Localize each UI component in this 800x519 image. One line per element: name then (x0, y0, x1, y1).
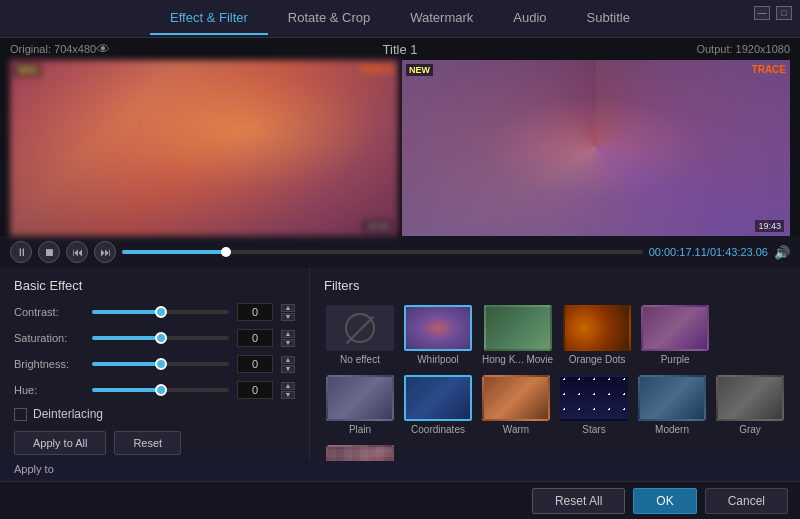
contrast-fill (92, 310, 161, 314)
contrast-down[interactable]: ▼ (281, 313, 295, 321)
filter-label-coords: Coordinates (411, 424, 465, 435)
tab-subtitle[interactable]: Subtitle (567, 2, 650, 35)
hue-down[interactable]: ▼ (281, 391, 295, 399)
hue-row: Hue: ▲ ▼ (14, 381, 295, 399)
deinterlace-label: Deinterlacing (33, 407, 103, 421)
hue-fill (92, 388, 161, 392)
minimize-button[interactable]: — (754, 6, 770, 20)
filter-label-whirlpool: Whirlpool (417, 354, 459, 365)
filter-gray[interactable]: Gray (714, 373, 786, 437)
no-effect-icon (345, 313, 375, 343)
volume-icon[interactable]: 🔊 (774, 245, 790, 260)
deinterlace-row: Deinterlacing (14, 407, 295, 421)
hue-spinner: ▲ ▼ (281, 382, 295, 399)
reset-button[interactable]: Reset (114, 431, 181, 455)
filter-thumb-purple (641, 305, 709, 351)
hue-value[interactable] (237, 381, 273, 399)
tab-rotate-crop[interactable]: Rotate & Crop (268, 2, 390, 35)
filter-thumb-plain (326, 375, 394, 421)
brightness-up[interactable]: ▲ (281, 356, 295, 364)
filter-label-stars: Stars (582, 424, 605, 435)
hue-thumb[interactable] (155, 384, 167, 396)
contrast-slider[interactable] (92, 310, 229, 314)
next-button[interactable]: ⏭ (94, 241, 116, 263)
eye-icon[interactable]: 👁 (96, 41, 110, 57)
saturation-label: Saturation: (14, 332, 84, 344)
prev-button[interactable]: ⏮ (66, 241, 88, 263)
contrast-thumb[interactable] (155, 306, 167, 318)
filter-label-hongk: Hong K... Movie (482, 354, 553, 365)
saturation-value[interactable] (237, 329, 273, 347)
brightness-value[interactable] (237, 355, 273, 373)
apply-to-bar: Apply to (0, 457, 68, 481)
apply-all-button[interactable]: Apply to All (14, 431, 106, 455)
filter-hongk[interactable]: Hong K... Movie (480, 303, 555, 367)
saturation-up[interactable]: ▲ (281, 330, 295, 338)
filter-label-noeffect: No effect (340, 354, 380, 365)
filter-whirlpool[interactable]: Whirlpool (402, 303, 474, 367)
app-container: Effect & Filter Rotate & Crop Watermark … (0, 0, 800, 519)
contrast-label: Contrast: (14, 306, 84, 318)
brightness-thumb[interactable] (155, 358, 167, 370)
saturation-row: Saturation: ▲ ▼ (14, 329, 295, 347)
contrast-up[interactable]: ▲ (281, 304, 295, 312)
contrast-value[interactable] (237, 303, 273, 321)
brightness-down[interactable]: ▼ (281, 365, 295, 373)
stop-button[interactable]: ⏹ (38, 241, 60, 263)
preview-videos: NEW TRACE 19:43 NEW TRACE 19:43 (0, 60, 800, 236)
filter-pixelate[interactable]: Pixelate (324, 443, 396, 461)
tab-bar: Effect & Filter Rotate & Crop Watermark … (0, 0, 800, 38)
saturation-slider[interactable] (92, 336, 229, 340)
filter-noeffect[interactable]: No effect (324, 303, 396, 367)
contrast-row: Contrast: ▲ ▼ (14, 303, 295, 321)
filter-purple[interactable]: Purple (639, 303, 711, 367)
original-video-preview: NEW TRACE 19:43 (10, 60, 398, 236)
hue-up[interactable]: ▲ (281, 382, 295, 390)
original-label: Original: 704x480 (10, 43, 96, 55)
left-logo: TRACE (360, 64, 394, 75)
contrast-spinner: ▲ ▼ (281, 304, 295, 321)
hue-slider[interactable] (92, 388, 229, 392)
pause-button[interactable]: ⏸ (10, 241, 32, 263)
maximize-button[interactable]: □ (776, 6, 792, 20)
filter-thumb-noeffect (326, 305, 394, 351)
apply-to-label: Apply to (14, 463, 54, 475)
output-label: Output: 1920x1080 (696, 43, 790, 55)
filter-plain[interactable]: Plain (324, 373, 396, 437)
left-time: 19:43 (363, 220, 392, 232)
progress-thumb[interactable] (221, 247, 231, 257)
preview-area: Original: 704x480 👁 Title 1 Output: 1920… (0, 38, 800, 268)
progress-fill (122, 250, 226, 254)
tab-effect-filter[interactable]: Effect & Filter (150, 2, 268, 35)
ok-button[interactable]: OK (633, 488, 696, 514)
preview-header: Original: 704x480 👁 Title 1 Output: 1920… (0, 38, 800, 60)
tab-audio[interactable]: Audio (493, 2, 566, 35)
saturation-down[interactable]: ▼ (281, 339, 295, 347)
effect-video-preview: NEW TRACE 19:43 (402, 60, 790, 236)
filter-thumb-modern (638, 375, 706, 421)
saturation-thumb[interactable] (155, 332, 167, 344)
progress-bar[interactable] (122, 250, 643, 254)
right-logo: TRACE (752, 64, 786, 75)
filters-panel: Filters No effect Whirlpool Hon (310, 268, 800, 461)
reset-all-button[interactable]: Reset All (532, 488, 625, 514)
effect-buttons: Apply to All Reset (14, 431, 295, 455)
saturation-spinner: ▲ ▼ (281, 330, 295, 347)
window-controls: — □ (754, 6, 792, 20)
filter-stars[interactable]: Stars (558, 373, 630, 437)
filter-warm[interactable]: Warm (480, 373, 552, 437)
filter-coords[interactable]: Coordinates (402, 373, 474, 437)
right-badge: NEW (406, 64, 433, 76)
preview-title: Title 1 (383, 42, 418, 57)
left-video-overlay: NEW (14, 64, 41, 76)
left-badge: NEW (14, 64, 41, 76)
right-video-overlay: NEW (406, 64, 433, 76)
filter-modern[interactable]: Modern (636, 373, 708, 437)
cancel-button[interactable]: Cancel (705, 488, 788, 514)
hue-label: Hue: (14, 384, 84, 396)
brightness-slider[interactable] (92, 362, 229, 366)
tab-watermark[interactable]: Watermark (390, 2, 493, 35)
time-display: 00:00:17.11/01:43:23.06 (649, 246, 768, 258)
filter-orangedots[interactable]: Orange Dots (561, 303, 633, 367)
deinterlace-checkbox[interactable] (14, 408, 27, 421)
